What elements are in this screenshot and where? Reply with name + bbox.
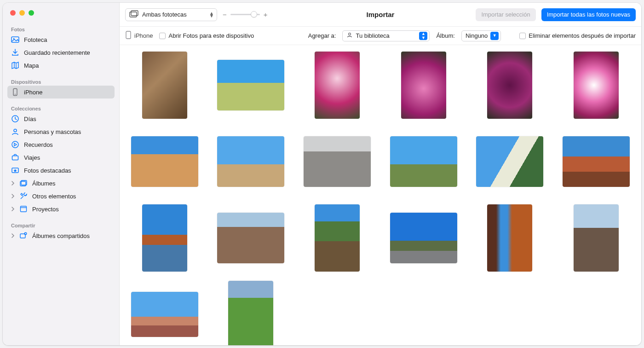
people-icon [11, 128, 19, 136]
toolbar: Ambas fototecas ▲▼ − + Importar Importar… [120, 3, 641, 27]
sidebar-item-library[interactable]: Fototeca [7, 33, 115, 46]
person-icon [346, 32, 353, 40]
photo-bark-portrait [142, 52, 187, 119]
checkbox-box[interactable] [159, 33, 166, 39]
album-select[interactable]: Ninguno ▼ [461, 30, 501, 41]
svg-point-13 [24, 232, 27, 235]
photo-plain-sky [390, 136, 457, 187]
svg-rect-7 [12, 156, 18, 160]
svg-point-6 [12, 141, 18, 148]
photo-pink-tulip-closeup [574, 52, 619, 119]
svg-rect-16 [126, 31, 131, 39]
photo-thumbnail[interactable] [299, 128, 376, 195]
chevron-right-icon[interactable] [10, 181, 16, 186]
photo-desert-road [390, 213, 457, 263]
zoom-slider[interactable] [230, 14, 260, 15]
library-selector[interactable]: Ambas fototecas ▲▼ [125, 8, 217, 21]
device-name-indicator: iPhone [125, 31, 153, 41]
sidebar-item-albums[interactable]: Álbumes [7, 177, 115, 190]
photo-bryce-canyon [131, 136, 198, 187]
photo-thumbnail[interactable] [299, 52, 376, 119]
svg-rect-3 [15, 94, 16, 94]
photo-thumbnail[interactable] [299, 204, 376, 272]
photo-thumbnail[interactable] [385, 52, 462, 119]
zoom-slider-thumb[interactable] [251, 11, 257, 17]
photo-petrified-wood [574, 204, 619, 272]
import-all-new-button[interactable]: Importar todas las fotos nuevas [541, 8, 636, 21]
sidebar-item-memories[interactable]: Recuerdos [7, 138, 115, 151]
photo-thumbnail[interactable] [213, 204, 290, 272]
sidebar-item-label: Fotos destacadas [24, 167, 71, 174]
photo-thumbnail[interactable] [472, 128, 549, 195]
sidebar-item-iphone[interactable]: iPhone [7, 86, 115, 99]
photo-dark-tulip [487, 52, 532, 119]
svg-rect-14 [130, 12, 137, 17]
photo-thumbnail[interactable] [213, 128, 290, 195]
photo-thumbnail[interactable] [558, 204, 635, 272]
photo-thumbnail[interactable] [385, 128, 462, 195]
chevron-right-icon[interactable] [10, 194, 16, 198]
sidebar-item-people-pets[interactable]: Personas y mascotas [7, 125, 115, 138]
sidebar-item-label: Fototeca [24, 36, 47, 43]
photo-slot-canyon [487, 204, 532, 272]
checkbox-label: Abrir Fotos para este dispositivo [168, 32, 254, 39]
iphone-icon [11, 88, 19, 96]
add-to-label: Agregar a: [308, 32, 336, 39]
photo-grid-scroll[interactable] [120, 45, 641, 345]
section-devices: Dispositivos [7, 76, 115, 86]
sidebar-item-label: Otros elementos [32, 193, 76, 200]
import-selection-button[interactable]: Importar selección [476, 8, 535, 21]
checkbox-box[interactable] [519, 33, 526, 39]
sidebar-item-recently-saved[interactable]: Guardado recientemente [7, 46, 115, 59]
photo-thumbnail[interactable] [558, 52, 635, 119]
photo-green-meadow [228, 281, 273, 345]
photo-thumbnail[interactable] [126, 128, 203, 195]
photo-badlands-bw [304, 136, 371, 187]
add-to-select[interactable]: Tu biblioteca ▲▼ [342, 30, 430, 41]
memories-icon [11, 140, 19, 149]
zoom-out-button[interactable]: − [223, 11, 227, 18]
photo-red-rock-layers [563, 136, 630, 187]
sidebar-item-trips[interactable]: Viajes [7, 151, 115, 164]
button-label: Importar todas las fotos nuevas [547, 11, 630, 18]
photo-grand-canyon [217, 213, 284, 263]
iphone-icon [125, 31, 132, 41]
photo-thumbnail[interactable] [558, 128, 635, 195]
fullscreen-window-button[interactable] [29, 10, 34, 16]
photo-reflection-lake [142, 204, 187, 272]
photo-thumbnail[interactable] [472, 204, 549, 272]
sidebar-item-label: Guardado recientemente [24, 49, 90, 56]
photo-thumbnail[interactable] [126, 204, 203, 272]
open-photos-checkbox[interactable]: Abrir Fotos para este dispositivo [159, 32, 254, 39]
map-icon [11, 61, 19, 70]
svg-rect-11 [21, 206, 27, 212]
close-window-button[interactable] [10, 10, 16, 16]
chevron-right-icon[interactable] [10, 233, 16, 238]
svg-rect-2 [13, 89, 17, 96]
library-selector-label: Ambas fototecas [142, 11, 187, 18]
photo-painted-desert [131, 292, 198, 337]
sidebar-item-shared-albums[interactable]: Álbumes compartidos [7, 229, 115, 242]
photo-thumbnail[interactable] [126, 52, 203, 119]
sidebar-item-label: Álbumes compartidos [32, 232, 90, 239]
photos-library-icon [11, 35, 19, 44]
sidebar-item-other[interactable]: Otros elementos [7, 190, 115, 203]
photo-thumbnail[interactable] [126, 281, 203, 345]
sidebar-item-map[interactable]: Mapa [7, 59, 115, 72]
section-photos: Fotos [7, 24, 115, 33]
photo-thumbnail[interactable] [472, 52, 549, 119]
zoom-in-button[interactable]: + [264, 11, 268, 18]
sidebar-item-projects[interactable]: Proyectos [7, 203, 115, 215]
sidebar-item-days[interactable]: Días [7, 112, 115, 125]
chevron-up-down-icon: ▲▼ [209, 12, 214, 17]
photo-thumbnail[interactable] [385, 204, 462, 272]
select-value: Ninguno [466, 32, 488, 39]
delete-after-import-checkbox[interactable]: Eliminar elementos después de importar [519, 32, 636, 39]
minimize-window-button[interactable] [19, 10, 25, 16]
album-label: Álbum: [436, 32, 454, 39]
main-panel: Ambas fototecas ▲▼ − + Importar Importar… [120, 3, 641, 345]
chevron-right-icon[interactable] [10, 207, 16, 211]
photo-thumbnail[interactable] [213, 52, 290, 119]
photo-thumbnail[interactable] [213, 281, 290, 345]
sidebar-item-featured[interactable]: Fotos destacadas [7, 164, 115, 177]
